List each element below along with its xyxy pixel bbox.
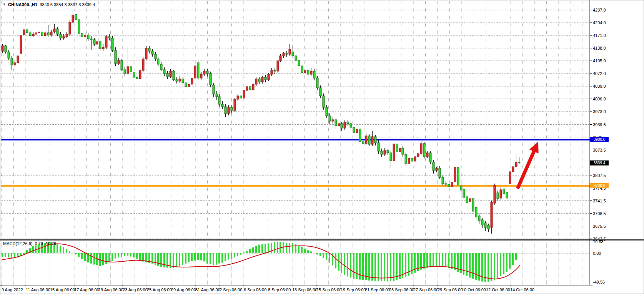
symbol-timeframe-label: CHINA300-,H1 xyxy=(8,2,37,7)
macd-histogram-bar xyxy=(286,243,287,253)
trend-arrow-shaft[interactable] xyxy=(518,149,535,189)
candle-body-bear xyxy=(108,37,110,38)
candle-body-bear xyxy=(295,56,297,60)
candle-body-bear xyxy=(457,167,459,185)
macd-histogram-bar xyxy=(512,253,514,265)
candle-body-bear xyxy=(320,88,321,96)
candle-body-bull xyxy=(255,79,257,84)
macd-tick-label: -49.56 xyxy=(593,280,605,284)
macd-histogram-bar xyxy=(179,253,180,266)
resistance-price-badge: 3900.0 xyxy=(590,137,609,142)
macd-histogram-bar xyxy=(451,253,453,269)
time-axis-label: 19 Aug 06:00 xyxy=(98,287,123,292)
time-axis-label: 31 Aug 06:00 xyxy=(195,287,220,292)
macd-histogram-bar xyxy=(283,242,284,253)
candle-body-bear xyxy=(81,33,83,37)
candle-body-bull xyxy=(23,30,25,35)
macd-histogram-bar xyxy=(387,253,388,281)
macd-histogram-bar xyxy=(310,251,312,253)
macd-histogram-bar xyxy=(111,253,113,261)
macd-histogram-bar xyxy=(445,253,446,267)
candle-body-bull xyxy=(451,182,453,187)
candle-body-bull xyxy=(66,34,68,37)
candle-body-bull xyxy=(408,158,410,164)
time-axis-label: 21 Sep 06:00 xyxy=(365,287,390,292)
macd-histogram-bar xyxy=(32,246,34,253)
time-axis-label: 14 Oct 06:00 xyxy=(510,287,534,292)
macd-histogram-bar xyxy=(8,253,9,257)
macd-histogram-bar xyxy=(368,253,370,281)
macd-histogram-bar xyxy=(218,253,220,264)
chart-canvas[interactable]: 4237.04204.04171.04138.04105.04072.04039… xyxy=(0,0,644,294)
macd-histogram-bar xyxy=(188,253,190,262)
macd-histogram-bar xyxy=(191,253,193,261)
time-axis-label: 9 Aug 2022 xyxy=(2,287,23,292)
macd-histogram-bar xyxy=(347,253,348,277)
macd-histogram-bar xyxy=(213,253,214,265)
candle-body-bear xyxy=(423,144,425,157)
candle-body-bull xyxy=(271,70,273,74)
macd-histogram-bar xyxy=(326,253,327,260)
candle-body-bear xyxy=(475,207,477,217)
candle-body-bull xyxy=(179,79,181,81)
candle-body-bear xyxy=(329,116,331,121)
candle-body-bear xyxy=(124,70,126,74)
macd-histogram-bar xyxy=(320,253,321,256)
macd-histogram-bar xyxy=(353,253,354,279)
candle-body-bear xyxy=(5,46,7,52)
candle-body-bear xyxy=(472,199,474,211)
candle-body-bull xyxy=(139,70,141,79)
candle-body-bear xyxy=(286,53,288,54)
candle-body-bear xyxy=(362,142,364,144)
macd-histogram-bar xyxy=(23,253,25,254)
macd-histogram-bar xyxy=(301,247,303,253)
price-tick-label: 4072.0 xyxy=(593,71,606,76)
macd-histogram-bar xyxy=(390,253,391,281)
candle-body-bear xyxy=(316,78,318,88)
candle-body-bear xyxy=(405,154,407,164)
macd-histogram xyxy=(2,242,520,282)
time-axis-label: 11 Aug 06:00 xyxy=(26,287,50,292)
macd-histogram-bar xyxy=(271,243,272,253)
macd-histogram-bar xyxy=(448,253,449,268)
macd-histogram-bar xyxy=(472,253,474,279)
candle-body-bull xyxy=(414,157,416,161)
candle-body-bear xyxy=(173,71,175,80)
macd-tick-label: 19.68 xyxy=(593,239,604,244)
macd-histogram-bar xyxy=(243,252,245,253)
candle-body-bear xyxy=(197,63,199,78)
macd-histogram-bar xyxy=(307,250,309,253)
candle-body-bull xyxy=(142,59,144,70)
macd-histogram-bar xyxy=(216,253,217,265)
candle-body-bear xyxy=(359,129,361,142)
price-tick-label: 4138.0 xyxy=(593,46,606,50)
candle-body-bear xyxy=(90,39,92,40)
candle-body-bull xyxy=(356,129,358,133)
candle-body-bear xyxy=(292,52,294,56)
candle-body-bull xyxy=(69,22,71,34)
candle-body-bear xyxy=(47,33,49,35)
candle-body-bull xyxy=(491,202,493,227)
price-tick-label: 3973.0 xyxy=(593,109,606,114)
macd-histogram-bar xyxy=(298,246,300,253)
candle-body-bull xyxy=(426,153,428,157)
candle-body-bear xyxy=(249,87,251,90)
macd-histogram-bar xyxy=(429,253,431,267)
macd-histogram-bar xyxy=(234,253,235,257)
candle-body-bear xyxy=(503,189,505,194)
candlesticks[interactable] xyxy=(2,10,520,234)
candle-body-bull xyxy=(2,46,3,51)
macd-histogram-bar xyxy=(378,253,379,281)
macd-histogram-bar xyxy=(509,253,511,269)
collapse-arrow-icon[interactable]: ▼ xyxy=(3,3,6,7)
candle-body-bear xyxy=(411,158,413,161)
macd-histogram-bar xyxy=(374,253,376,281)
macd-histogram-bar xyxy=(81,253,83,259)
candle-body-bull xyxy=(35,33,37,34)
chart-title-bar: ▼ CHINA300-,H1 3840.6 3854.3 3837.3 3839… xyxy=(3,2,95,8)
candle-body-bear xyxy=(429,153,431,162)
candle-body-bear xyxy=(313,71,315,78)
macd-histogram-bar xyxy=(176,253,177,267)
candle-body-bull xyxy=(399,148,401,152)
candle-body-bull xyxy=(261,77,263,82)
